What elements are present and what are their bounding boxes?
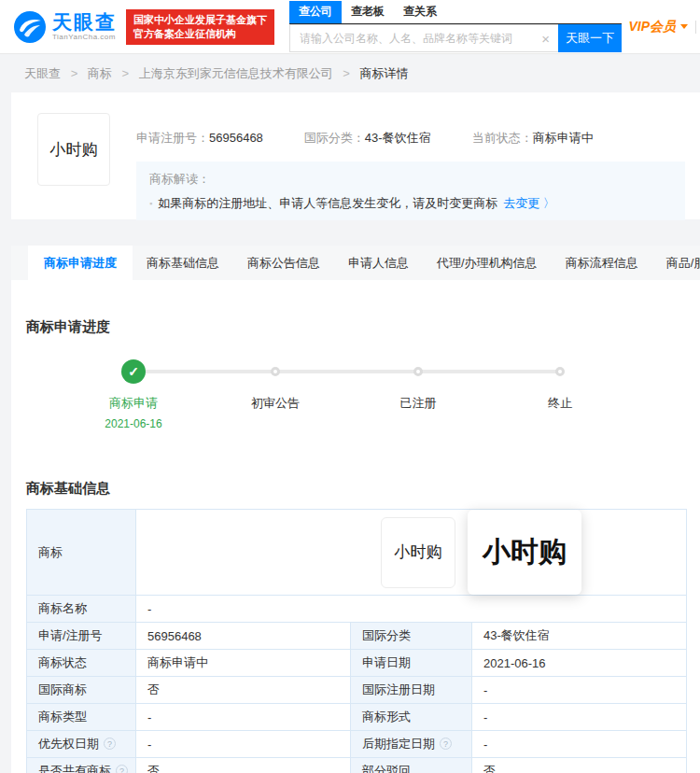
row-value: -: [472, 731, 687, 758]
breadcrumb-separator: >: [121, 66, 129, 80]
row-value: 商标申请中: [136, 650, 351, 677]
summary-fields: 申请注册号：56956468 国际分类：43-餐饮住宿 当前状态：商标申请中: [136, 130, 685, 147]
clear-icon[interactable]: ×: [541, 32, 550, 46]
tab-agency-info[interactable]: 代理/办理机构信息: [423, 246, 552, 280]
field-current-status: 当前状态：商标申请中: [472, 130, 594, 147]
row-value: 56956468: [136, 623, 351, 650]
header-divider: [695, 21, 696, 34]
row-label: 商标类型: [38, 710, 87, 724]
trademark-thumbnail[interactable]: 小时购: [381, 517, 455, 588]
row-label: 是否共有商标: [38, 764, 111, 773]
row-value: -: [136, 596, 687, 623]
field-registration-number: 申请注册号：56956468: [136, 130, 263, 147]
row-label: 申请日期: [362, 655, 411, 669]
bullet-icon: ▪: [149, 199, 152, 208]
search-button[interactable]: 天眼一下: [558, 24, 622, 52]
row-value: -: [472, 677, 687, 704]
pending-dot-icon: [555, 367, 565, 376]
row-value: -: [136, 704, 351, 731]
row-label: 商标形式: [362, 710, 411, 724]
search-tab-boss[interactable]: 查老板: [342, 1, 394, 23]
row-value: 否: [472, 758, 687, 773]
eye-logo-icon: [13, 10, 47, 44]
row-value: -: [136, 731, 351, 758]
step-preliminary-gazette: 初审公告: [205, 359, 345, 412]
go-change-link[interactable]: 去变更 〉: [503, 196, 555, 210]
table-row: 申请/注册号 56956468 国际分类 43-餐饮住宿: [27, 623, 687, 650]
search-tab-company[interactable]: 查公司: [289, 1, 342, 23]
detail-tabbar: 商标申请进度 商标基础信息 商标公告信息 申请人信息 代理/办理机构信息 商标流…: [11, 246, 700, 280]
vip-label: VIP会员: [628, 19, 676, 35]
tab-goods-services[interactable]: 商品/服务项目: [652, 246, 700, 280]
application-progress-stepper: ✓ 商标申请 2021-06-16 初审公告 已注册 终止: [11, 359, 700, 454]
help-icon[interactable]: ?: [116, 765, 128, 773]
trademark-note-box: 商标解读： ▪如果商标的注册地址、申请人等信息发生变化，请及时变更商标去变更 〉: [136, 162, 685, 220]
note-title: 商标解读：: [149, 171, 672, 188]
basic-info-table: 商标 小时购 小时购 商标名称 - 申请/注册号 56956468 国际分类 4…: [26, 509, 687, 773]
trademark-image: 小时购: [37, 113, 110, 186]
table-row: 国际商标 否 国际注册日期 -: [27, 677, 687, 704]
row-value: 否: [136, 677, 351, 704]
row-label: 国际分类: [362, 628, 411, 642]
search-tab-relation[interactable]: 查关系: [394, 1, 446, 23]
check-icon: ✓: [121, 359, 146, 384]
pending-dot-icon: [413, 367, 423, 376]
detail-content-panel: 商标申请进度 ✓ 商标申请 2021-06-16 初审公告 已注册 终止 商标基…: [11, 280, 700, 773]
row-value: 43-餐饮住宿: [472, 623, 687, 650]
certification-badge: 国家中小企业发展子基金旗下 官方备案企业征信机构: [126, 9, 274, 45]
top-header: 天眼查 TianYanCha.com 国家中小企业发展子基金旗下 官方备案企业征…: [0, 0, 700, 54]
note-line: ▪如果商标的注册地址、申请人等信息发生变化，请及时变更商标去变更 〉: [149, 195, 672, 212]
row-label: 后期指定日期: [362, 737, 435, 751]
note-text: 如果商标的注册地址、申请人等信息发生变化，请及时变更商标: [158, 196, 497, 210]
help-icon[interactable]: ?: [104, 738, 116, 750]
breadcrumb-separator: >: [343, 66, 350, 80]
breadcrumb-home[interactable]: 天眼查: [24, 66, 61, 80]
tab-application-progress[interactable]: 商标申请进度: [28, 246, 133, 280]
logo-title: 天眼查: [52, 12, 117, 33]
row-label: 商标: [27, 510, 136, 596]
step-application: ✓ 商标申请 2021-06-16: [63, 359, 203, 430]
breadcrumb-company[interactable]: 上海京东到家元信信息技术有限公司: [139, 66, 333, 80]
tab-applicant-info[interactable]: 申请人信息: [334, 246, 423, 280]
breadcrumb-current: 商标详情: [360, 66, 409, 80]
breadcrumb: 天眼查 > 商标 > 上海京东到家元信信息技术有限公司 > 商标详情: [0, 54, 700, 92]
table-row: 商标类型 - 商标形式 -: [27, 704, 687, 731]
tab-basic-info[interactable]: 商标基础信息: [133, 246, 233, 280]
table-row: 商标名称 -: [27, 596, 687, 623]
row-value: 否: [136, 758, 351, 773]
help-icon[interactable]: ?: [440, 738, 452, 750]
table-row: 商标状态 商标申请中 申请日期 2021-06-16: [27, 650, 687, 677]
step-terminated: 终止: [490, 359, 630, 412]
table-row: 是否共有商标? 否 部分驳回 否: [27, 758, 687, 773]
progress-section-title: 商标申请进度: [11, 280, 700, 335]
step-registered: 已注册: [348, 359, 488, 412]
table-row: 优先权日期? - 后期指定日期? -: [27, 731, 687, 758]
header-search: 查公司 查老板 查关系 × 天眼一下: [289, 1, 622, 52]
tab-announcement-info[interactable]: 商标公告信息: [233, 246, 334, 280]
breadcrumb-trademark[interactable]: 商标: [88, 66, 112, 80]
badge-line2: 官方备案企业征信机构: [133, 27, 267, 41]
row-value: -: [472, 704, 687, 731]
chevron-right-icon: 〉: [543, 196, 555, 210]
badge-line1: 国家中小企业发展子基金旗下: [133, 13, 267, 27]
search-tabs: 查公司 查老板 查关系: [289, 1, 622, 24]
field-international-class: 国际分类：43-餐饮住宿: [304, 130, 431, 147]
basic-info-section-title: 商标基础信息: [11, 454, 700, 497]
row-label: 申请/注册号: [38, 628, 103, 642]
vip-member-menu[interactable]: VIP会员: [628, 19, 695, 35]
row-label: 商标名称: [38, 601, 87, 615]
chevron-down-icon: [680, 24, 688, 29]
row-label: 部分驳回: [362, 764, 411, 773]
breadcrumb-separator: >: [71, 66, 78, 80]
table-row-trademark-image: 商标 小时购 小时购: [27, 510, 687, 596]
pending-dot-icon: [271, 367, 280, 376]
tab-process-info[interactable]: 商标流程信息: [552, 246, 652, 280]
row-label: 商标状态: [38, 655, 87, 669]
row-label: 国际商标: [38, 682, 87, 696]
trademark-preview: 小时购: [468, 510, 581, 595]
tianyancha-logo[interactable]: 天眼查 TianYanCha.com: [13, 10, 117, 44]
row-label: 优先权日期: [38, 737, 99, 751]
logo-subtitle: TianYanCha.com: [52, 33, 117, 41]
search-input[interactable]: [289, 24, 558, 52]
row-label: 国际注册日期: [362, 682, 435, 696]
